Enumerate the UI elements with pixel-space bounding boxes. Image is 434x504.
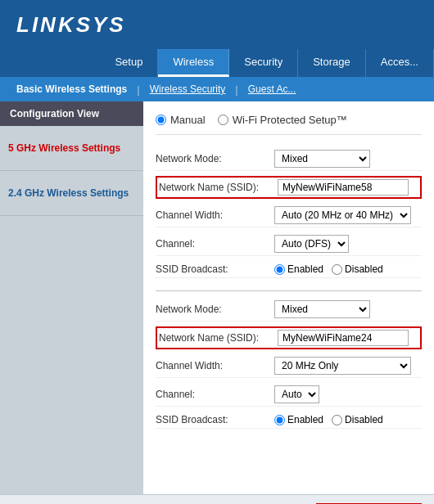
24ghz-channel-value: Auto 1 6 11 [274,385,422,403]
24ghz-ssid-value [278,330,418,346]
5ghz-channel-label: Channel: [156,238,274,250]
5ghz-enabled-radio-group[interactable]: Enabled [274,263,323,275]
5ghz-network-mode-label: Network Mode: [156,153,274,164]
section-divider [156,290,422,291]
24ghz-section: Network Mode: Mixed Wireless-B Only Wire… [156,298,422,429]
5ghz-ssid-broadcast-label: SSID Broadcast: [156,263,274,275]
tab-setup[interactable]: Setup [100,49,158,77]
5ghz-network-mode-value: Mixed Wireless-A Only Wireless-N Only Di… [274,150,422,168]
linksys-logo: LINKSYS [16,12,126,38]
content-area: Manual Wi-Fi Protected Setup™ Network Mo… [143,101,434,494]
24ghz-channel-row: Channel: Auto 1 6 11 [156,383,422,407]
24ghz-enabled-radio[interactable] [274,415,285,425]
5ghz-ssid-input[interactable] [278,179,409,196]
5ghz-channel-select[interactable]: Auto (DFS) 36 40 [274,235,349,253]
24ghz-network-mode-row: Network Mode: Mixed Wireless-B Only Wire… [156,298,422,322]
5ghz-network-mode-select[interactable]: Mixed Wireless-A Only Wireless-N Only Di… [274,150,370,168]
5ghz-channel-width-value: Auto (20 MHz or 40 MHz) 20 MHz Only [274,206,422,224]
24ghz-ssid-label: Network Name (SSID): [159,332,278,344]
tab-storage[interactable]: Storage [298,49,366,77]
24ghz-ssid-broadcast-label: SSID Broadcast: [156,414,274,425]
sidebar-item-2ghz[interactable]: 2.4 GHz Wireless Settings [0,171,143,216]
tab-access[interactable]: Acces... [366,49,434,77]
24ghz-channel-width-row: Channel Width: 20 MHz Only Auto (20 MHz … [156,354,422,378]
5ghz-network-mode-row: Network Mode: Mixed Wireless-A Only Wire… [156,147,422,171]
nav-tabs: Setup Wireless Security Storage Acces... [100,49,434,77]
24ghz-network-mode-select[interactable]: Mixed Wireless-B Only Wireless-N Only Di… [274,300,370,318]
24ghz-network-mode-label: Network Mode: [156,304,274,315]
5ghz-enabled-label: Enabled [287,263,323,275]
24ghz-disabled-radio-group[interactable]: Disabled [332,414,383,425]
24ghz-channel-label: Channel: [156,389,274,400]
5ghz-ssid-broadcast-value: Enabled Disabled [274,263,422,275]
mode-selector: Manual Wi-Fi Protected Setup™ [156,114,422,135]
24ghz-ssid-input[interactable] [278,330,409,346]
wps-radio-group[interactable]: Wi-Fi Protected Setup™ [218,114,347,126]
24ghz-enabled-label: Enabled [287,414,323,425]
5ghz-disabled-label: Disabled [345,263,383,275]
24ghz-ssid-broadcast-value: Enabled Disabled [274,414,422,425]
wps-radio[interactable] [218,115,228,125]
24ghz-channel-select[interactable]: Auto 1 6 11 [274,385,319,403]
sidebar-title: Configuration View [0,101,143,126]
24ghz-channel-width-value: 20 MHz Only Auto (20 MHz or 40 MHz) [274,357,422,375]
24ghz-ssid-broadcast-row: SSID Broadcast: Enabled Disabled [156,412,422,429]
5ghz-channel-width-row: Channel Width: Auto (20 MHz or 40 MHz) 2… [156,204,422,227]
24ghz-disabled-label: Disabled [345,414,383,425]
24ghz-channel-width-select[interactable]: 20 MHz Only Auto (20 MHz or 40 MHz) [274,357,411,375]
5ghz-channel-value: Auto (DFS) 36 40 [274,235,422,253]
24ghz-channel-width-label: Channel Width: [156,360,274,371]
sub-nav-basic[interactable]: Basic Wireless Settings [8,80,135,98]
5ghz-ssid-value [278,179,418,196]
sub-nav-security[interactable]: Wireless Security [142,80,234,98]
24ghz-disabled-radio[interactable] [332,415,342,425]
24ghz-network-mode-value: Mixed Wireless-B Only Wireless-N Only Di… [274,300,422,318]
5ghz-disabled-radio-group[interactable]: Disabled [332,263,383,275]
manual-radio-group[interactable]: Manual [156,114,206,126]
5ghz-channel-row: Channel: Auto (DFS) 36 40 [156,232,422,256]
wps-label: Wi-Fi Protected Setup™ [233,114,347,126]
5ghz-ssid-broadcast-row: SSID Broadcast: Enabled Disabled [156,261,422,278]
5ghz-section: Network Mode: Mixed Wireless-A Only Wire… [156,147,422,278]
sidebar: Configuration View 5 GHz Wireless Settin… [0,101,143,494]
sidebar-item-5ghz[interactable]: 5 GHz Wireless Settings [0,126,143,171]
manual-label: Manual [170,114,206,126]
sub-nav: Basic Wireless Settings | Wireless Secur… [0,77,434,101]
24ghz-enabled-radio-group[interactable]: Enabled [274,414,323,425]
5ghz-ssid-row: Network Name (SSID): [156,176,422,199]
main-content: Configuration View 5 GHz Wireless Settin… [0,101,434,494]
5ghz-channel-width-select[interactable]: Auto (20 MHz or 40 MHz) 20 MHz Only [274,206,411,224]
5ghz-enabled-radio[interactable] [274,264,285,275]
header: LINKSYS [0,0,434,49]
5ghz-channel-width-label: Channel Width: [156,209,274,221]
5ghz-disabled-radio[interactable] [332,264,342,275]
24ghz-ssid-row: Network Name (SSID): [156,326,422,349]
5ghz-ssid-label: Network Name (SSID): [159,182,278,193]
sub-nav-guest[interactable]: Guest Ac... [240,80,305,98]
nav-tabs-container: Setup Wireless Security Storage Acces... [0,49,434,77]
manual-radio[interactable] [156,115,166,125]
footer: Save Settings [0,494,434,504]
tab-security[interactable]: Security [229,49,298,77]
tab-wireless[interactable]: Wireless [158,49,229,77]
